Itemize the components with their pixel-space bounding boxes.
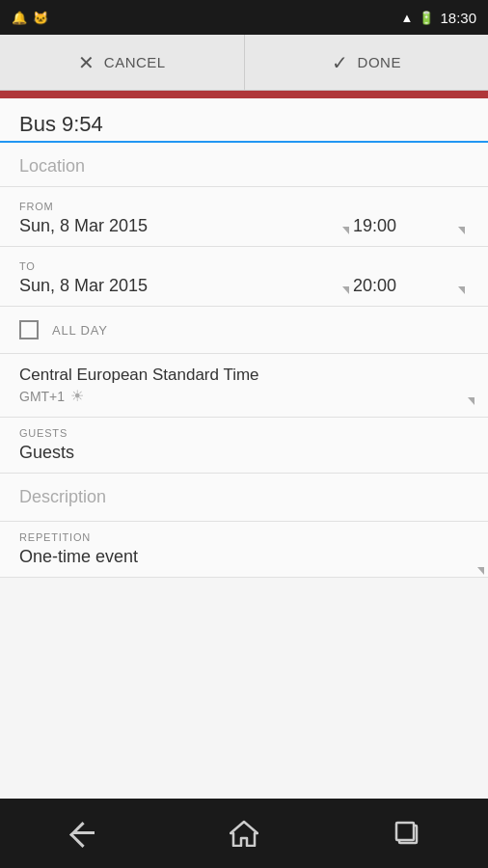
from-label: FROM [19, 201, 469, 212]
back-icon [68, 823, 95, 844]
description-placeholder: Description [19, 487, 106, 506]
title-field [0, 98, 488, 143]
from-time[interactable]: 19:00 [353, 216, 469, 236]
allday-field[interactable]: ALL DAY [0, 307, 488, 354]
status-icons-left: 🔔 🐱 [12, 11, 48, 25]
to-date-value: Sun, 8 Mar 2015 [19, 276, 148, 295]
to-date-arrow [342, 286, 349, 294]
recents-button[interactable] [393, 820, 420, 847]
from-date-value: Sun, 8 Mar 2015 [19, 216, 148, 235]
timezone-offset-row: GMT+1 ☀ [19, 387, 469, 405]
from-date-time-row: Sun, 8 Mar 2015 19:00 [19, 216, 469, 236]
done-label: DONE [358, 54, 401, 70]
timezone-name: Central European Standard Time [19, 366, 469, 385]
cancel-label: CANCEL [104, 54, 166, 70]
home-icon [230, 820, 258, 847]
accent-bar [0, 91, 488, 98]
status-time: 18:30 [440, 10, 476, 26]
timezone-arrow [468, 397, 474, 405]
done-icon: ✓ [332, 51, 348, 74]
action-bar: ✕ CANCEL ✓ DONE [0, 35, 488, 91]
cancel-button[interactable]: ✕ CANCEL [0, 35, 245, 90]
from-date-arrow [342, 227, 349, 234]
guests-field[interactable]: GUESTS Guests [0, 418, 488, 474]
status-icons-right: ▲ 🔋 18:30 [401, 10, 476, 26]
status-bar: 🔔 🐱 ▲ 🔋 18:30 [0, 0, 488, 35]
repetition-value: One-time event [19, 547, 138, 566]
notification-icon: 🔔 [12, 11, 27, 25]
to-time-value: 20:00 [353, 276, 396, 295]
title-input[interactable] [19, 112, 469, 137]
cat-icon: 🐱 [33, 11, 48, 25]
to-time-arrow [458, 286, 465, 294]
description-field[interactable]: Description [0, 474, 488, 522]
guests-label: GUESTS [19, 427, 469, 439]
repetition-label: REPETITION [19, 531, 469, 543]
from-time-value: 19:00 [353, 216, 396, 235]
repetition-field[interactable]: REPETITION One-time event [0, 522, 488, 578]
timezone-field[interactable]: Central European Standard Time GMT+1 ☀ [0, 354, 488, 418]
guests-value: Guests [19, 443, 74, 462]
signal-icon: ▲ [401, 11, 414, 25]
from-date[interactable]: Sun, 8 Mar 2015 [19, 216, 353, 236]
location-placeholder: Location [19, 156, 85, 176]
svg-rect-2 [396, 823, 414, 840]
sun-icon: ☀ [70, 387, 84, 405]
repetition-arrow [477, 567, 484, 575]
to-time[interactable]: 20:00 [353, 276, 469, 296]
allday-label: ALL DAY [52, 323, 108, 338]
battery-icon: 🔋 [419, 11, 434, 25]
to-date-time-row: Sun, 8 Mar 2015 20:00 [19, 276, 469, 296]
form-content: Location FROM Sun, 8 Mar 2015 19:00 TO S… [0, 98, 488, 578]
to-label: TO [19, 260, 469, 272]
allday-checkbox[interactable] [19, 320, 39, 339]
nav-bar [0, 799, 488, 868]
timezone-offset: GMT+1 [19, 389, 65, 404]
home-button[interactable] [230, 820, 258, 847]
cancel-icon: ✕ [78, 51, 95, 74]
done-button[interactable]: ✓ DONE [245, 35, 489, 90]
location-field[interactable]: Location [0, 143, 488, 187]
from-time-arrow [458, 227, 465, 234]
svg-marker-0 [230, 822, 258, 846]
to-date[interactable]: Sun, 8 Mar 2015 [19, 276, 353, 296]
from-field: FROM Sun, 8 Mar 2015 19:00 [0, 187, 488, 247]
recents-icon [393, 820, 420, 847]
back-button[interactable] [68, 823, 95, 844]
to-field: TO Sun, 8 Mar 2015 20:00 [0, 247, 488, 307]
